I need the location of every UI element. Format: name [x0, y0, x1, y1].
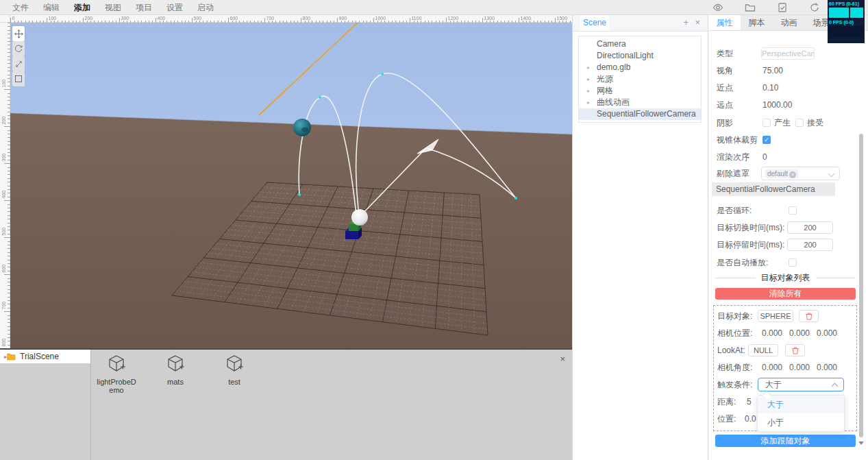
- dropdown-option-1[interactable]: 小于: [758, 413, 844, 431]
- tree-expand-icon[interactable]: ▸: [587, 85, 590, 97]
- tree-item-label: 曲线动画: [597, 97, 630, 107]
- menu-item-2[interactable]: 添加: [74, 2, 90, 14]
- folder-row-trialscene[interactable]: ▸ TrialScene: [0, 350, 90, 363]
- viewport-3d[interactable]: [10, 23, 572, 348]
- tree-item-2[interactable]: ▸demo.glb: [579, 62, 701, 73]
- asset-card-1[interactable]: mats: [155, 354, 196, 394]
- folder-open-icon: [7, 353, 16, 361]
- move-tool-button[interactable]: [12, 26, 25, 41]
- frustum-row: 视锥体裁剪 ✓: [708, 133, 868, 147]
- far-row: 远点 1000.00: [708, 98, 868, 112]
- scene-tab[interactable]: Scene: [580, 15, 609, 31]
- remove-tag-icon[interactable]: ×: [789, 171, 796, 178]
- near-value[interactable]: 0.10: [762, 81, 778, 95]
- menu-bar: 文件编辑添加视图项目设置启动: [0, 0, 868, 15]
- tree-item-6[interactable]: SequentialFollowerCamera: [579, 108, 701, 120]
- menu-item-4[interactable]: 项目: [136, 2, 152, 14]
- scroll-down-arrow-icon[interactable]: [858, 441, 864, 445]
- asset-card-0[interactable]: lightProbeDemo: [96, 354, 137, 394]
- folder-icon[interactable]: [745, 2, 756, 13]
- shadow-receive-label: 接受: [807, 116, 823, 130]
- far-value[interactable]: 1000.00: [762, 98, 792, 112]
- distance-value[interactable]: 5: [747, 395, 752, 409]
- target-object-button[interactable]: SPHERE: [758, 310, 793, 322]
- close-scene-icon[interactable]: ×: [695, 17, 700, 27]
- viewport-toolbar: [12, 26, 25, 86]
- asset-card-2[interactable]: test: [214, 354, 255, 394]
- refresh-icon[interactable]: [809, 2, 820, 13]
- menu-item-5[interactable]: 设置: [166, 2, 183, 14]
- ground-plane[interactable]: [10, 113, 572, 348]
- select-tool-button[interactable]: [12, 71, 25, 86]
- near-row: 近点 0.10: [708, 81, 868, 95]
- clear-all-button[interactable]: 清除所有: [715, 288, 856, 300]
- tab-2[interactable]: 动画: [773, 15, 805, 30]
- shadow-cast-checkbox[interactable]: [762, 119, 771, 127]
- trigger-select[interactable]: 大于: [758, 378, 844, 391]
- shadow-row: 阴影 产生 接受: [708, 116, 868, 130]
- tree-expand-icon[interactable]: ▸: [587, 62, 590, 73]
- tree-item-label: Camera: [597, 39, 626, 49]
- camera-position-x[interactable]: 0.000: [762, 326, 782, 340]
- camera-position-row: 相机位置: 0.000 0.000 0.000: [714, 326, 856, 340]
- tree-item-label: DirectionalLight: [597, 51, 654, 60]
- camera-angle-z[interactable]: 0.000: [817, 361, 837, 374]
- fps-meter: 60 FPS (0-61) 0 FPS (0-0): [828, 0, 865, 43]
- tree-item-0[interactable]: Camera: [579, 38, 701, 50]
- lookat-button[interactable]: NULL: [748, 344, 778, 356]
- dropdown-option-0[interactable]: 大于: [758, 396, 844, 413]
- cube-add-icon: [224, 354, 245, 374]
- panel-scrollbar[interactable]: [859, 134, 863, 437]
- switch-time-input[interactable]: 200: [787, 221, 833, 234]
- vertical-ruler: [0, 23, 10, 348]
- assets-close-icon[interactable]: ×: [560, 354, 565, 364]
- tree-item-label: 光源: [597, 74, 613, 84]
- camera-angle-y[interactable]: 0.000: [789, 361, 810, 374]
- tree-item-5[interactable]: ▸曲线动画: [579, 97, 701, 108]
- render-order-value[interactable]: 0: [762, 150, 767, 164]
- tab-0[interactable]: 属性: [708, 15, 741, 30]
- position-value[interactable]: 0.0: [745, 412, 756, 426]
- menu-item-1[interactable]: 编辑: [43, 2, 60, 14]
- tree-expand-icon[interactable]: ▸: [587, 73, 590, 85]
- menu-item-0[interactable]: 文件: [12, 2, 29, 14]
- doc-check-icon[interactable]: [777, 2, 788, 13]
- type-row: 类型 PerspectiveCamer: [708, 47, 868, 60]
- tree-expand-icon[interactable]: ▸: [587, 97, 590, 108]
- loop-checkbox[interactable]: [789, 206, 797, 215]
- delete-target-button[interactable]: [799, 310, 819, 322]
- tree-item-1[interactable]: DirectionalLight: [579, 50, 701, 62]
- tree-item-3[interactable]: ▸光源: [579, 73, 701, 85]
- frustum-checkbox[interactable]: ✓: [762, 136, 771, 144]
- scale-tool-button[interactable]: [12, 56, 25, 71]
- camera-position-y[interactable]: 0.000: [789, 326, 810, 340]
- cull-mask-select[interactable]: default×: [761, 167, 840, 180]
- horizontal-ruler: [10, 15, 572, 23]
- switch-time-label: 目标切换时间(ms):: [717, 221, 784, 234]
- tab-1[interactable]: 脚本: [741, 15, 773, 30]
- near-label: 近点: [717, 81, 733, 95]
- teal-sphere[interactable]: [293, 119, 311, 136]
- shadow-receive-checkbox[interactable]: [795, 119, 804, 127]
- add-follow-object-button[interactable]: 添加跟随对象: [715, 435, 856, 447]
- add-scene-icon[interactable]: +: [683, 17, 689, 27]
- menu-item-3[interactable]: 视图: [105, 2, 121, 14]
- menu-item-6[interactable]: 启动: [197, 2, 214, 14]
- stay-time-input[interactable]: 200: [787, 239, 833, 251]
- white-sphere[interactable]: [351, 209, 368, 226]
- chevron-up-icon: [832, 383, 839, 390]
- autoplay-checkbox[interactable]: [789, 258, 797, 267]
- tree-item-4[interactable]: ▸网格: [579, 85, 701, 97]
- stay-time-row: 目标停留时间(ms): 200: [708, 238, 868, 252]
- camera-angle-x[interactable]: 0.000: [762, 361, 782, 374]
- rotate-tool-button[interactable]: [12, 41, 25, 56]
- delete-lookat-button[interactable]: [785, 344, 805, 356]
- distance-label: 距离:: [717, 395, 736, 409]
- camera-position-z[interactable]: 0.000: [817, 326, 837, 340]
- stay-time-label: 目标停留时间(ms):: [717, 238, 784, 252]
- asset-label: mats: [155, 378, 196, 386]
- eye-icon[interactable]: [712, 2, 723, 13]
- camera-position-label: 相机位置:: [717, 326, 752, 340]
- fov-value[interactable]: 75.00: [762, 64, 783, 77]
- component-section-header: SequentialFollowerCamera: [712, 182, 835, 196]
